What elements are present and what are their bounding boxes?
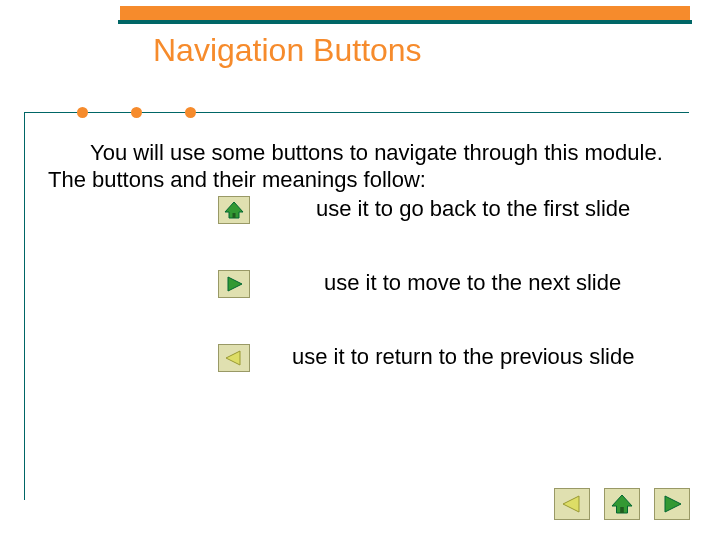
horizontal-rule: [24, 112, 689, 113]
svg-rect-6: [620, 507, 624, 513]
nav-desc-prev: use it to return to the previous slide: [292, 344, 634, 370]
bullet-dot: [131, 107, 142, 118]
nav-desc-home: use it to go back to the first slide: [316, 196, 630, 222]
nav-button-home-wrap: [218, 196, 250, 224]
svg-marker-2: [228, 277, 242, 291]
footer-home-button[interactable]: [604, 488, 640, 520]
header-underline: [118, 20, 692, 24]
footer-nav: [554, 488, 690, 520]
side-rule: [24, 112, 25, 500]
svg-marker-3: [226, 351, 240, 365]
play-right-icon: [660, 493, 684, 515]
svg-marker-7: [665, 496, 681, 512]
nav-desc-home-wrap: use it to go back to the first slide: [316, 196, 630, 222]
intro-text: You will use some buttons to navigate th…: [48, 140, 688, 194]
bullet-dot: [77, 107, 88, 118]
play-left-icon: [560, 493, 584, 515]
nav-desc-prev-wrap: use it to return to the previous slide: [292, 344, 634, 370]
home-icon: [223, 200, 245, 220]
nav-button-prev-wrap: [218, 344, 250, 372]
play-right-icon: [223, 274, 245, 294]
intro-text-content: You will use some buttons to navigate th…: [48, 140, 663, 192]
play-left-icon: [223, 348, 245, 368]
header-accent-bar: [120, 6, 690, 20]
svg-marker-4: [563, 496, 579, 512]
nav-desc-next-wrap: use it to move to the next slide: [324, 270, 621, 296]
nav-button-next[interactable]: [218, 270, 250, 298]
svg-rect-1: [233, 213, 236, 218]
footer-next-button[interactable]: [654, 488, 690, 520]
footer-prev-button[interactable]: [554, 488, 590, 520]
page-title: Navigation Buttons: [153, 32, 422, 69]
home-icon: [610, 493, 634, 515]
nav-desc-next: use it to move to the next slide: [324, 270, 621, 296]
nav-button-home[interactable]: [218, 196, 250, 224]
bullet-dot: [185, 107, 196, 118]
nav-button-prev[interactable]: [218, 344, 250, 372]
nav-button-next-wrap: [218, 270, 250, 298]
